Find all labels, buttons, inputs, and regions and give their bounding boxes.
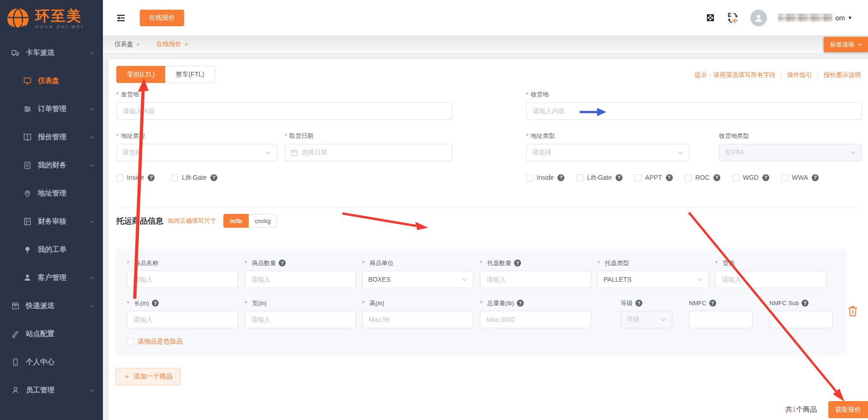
length-input[interactable] (127, 311, 238, 328)
origin-option-inside[interactable]: Inside ? (116, 174, 155, 181)
dest-option-appt[interactable]: APPT? (635, 174, 673, 181)
person-outline-icon (11, 386, 20, 395)
help-icon[interactable]: ? (514, 260, 521, 266)
collapse-sidebar-icon[interactable] (116, 13, 126, 23)
help-icon[interactable]: ? (812, 174, 819, 181)
nmfc-sub-input[interactable] (769, 311, 833, 328)
language-switch-icon[interactable]: E 中 (726, 12, 739, 24)
checkbox[interactable] (526, 174, 533, 181)
sidebar-item-order-management[interactable]: 订单管理 (0, 95, 103, 123)
sidebar-item-personal-center[interactable]: 个人中心 (0, 348, 103, 376)
operation-guide-link[interactable]: 操作指引 (787, 71, 812, 79)
origin-option-lift-gate[interactable]: Lift-Gate ? (171, 174, 217, 181)
origin-address-type-select[interactable]: 请选择 (116, 144, 277, 161)
sidebar-item-finance-audit[interactable]: 财务审核 (0, 207, 103, 236)
hazardous-checkbox[interactable]: 该物品是危险品 (127, 337, 183, 346)
checkbox[interactable] (576, 174, 583, 181)
sidebar-item-address-management[interactable]: 地址管理 (0, 179, 103, 207)
nmfc-input[interactable] (689, 311, 753, 328)
dest-option-roc[interactable]: ROC? (685, 174, 720, 181)
dest-option-lift-gate[interactable]: Lift-Gate? (576, 174, 623, 181)
plus-icon: ＋ (124, 373, 130, 381)
height-input[interactable] (362, 311, 473, 328)
audit-list-icon (23, 217, 32, 226)
user-account-dropdown[interactable]: om ▼ (778, 14, 852, 22)
help-icon[interactable]: ? (279, 260, 286, 266)
delete-item-icon[interactable] (847, 305, 858, 317)
origin-input[interactable] (116, 102, 452, 120)
ftl-mode-button[interactable]: 整车(FTL) (165, 66, 215, 83)
item-quantity-input[interactable] (245, 271, 356, 288)
sidebar-item-staff-management[interactable]: 员工管理 (0, 376, 103, 404)
help-icon[interactable]: ? (802, 300, 808, 307)
user-email-suffix: om (835, 14, 845, 22)
chevron-down-icon (90, 135, 95, 140)
sidebar-item-customer-management[interactable]: 客户管理 (0, 264, 103, 292)
tab-dashboard[interactable]: 仪表盘 × (114, 40, 140, 48)
get-quote-button[interactable]: 获取报价 (828, 401, 868, 418)
sidebar-item-express-delivery[interactable]: 快递派送 (0, 292, 103, 320)
pickup-date-input[interactable]: 选择日期 (285, 144, 452, 161)
add-item-button[interactable]: ＋ 添加一个商品 (115, 368, 181, 385)
dest-option-wgd[interactable]: WGD? (732, 174, 769, 181)
help-icon[interactable]: ? (210, 174, 217, 181)
total-weight-input[interactable] (480, 311, 591, 328)
help-icon[interactable]: ? (517, 300, 524, 307)
destination-type-select[interactable]: 非FBA (719, 144, 862, 161)
user-avatar[interactable] (750, 10, 767, 26)
sidebar: 环至美 HUAN ZHI MEI 卡车派送 仪表盘 订单管理 报价管理 我的财务 (0, 0, 103, 420)
help-icon[interactable]: ? (152, 300, 159, 307)
destination-input[interactable] (526, 102, 862, 120)
fullscreen-icon[interactable] (706, 13, 715, 23)
sidebar-item-dashboard[interactable]: 仪表盘 (0, 67, 103, 95)
close-tab-icon[interactable]: × (185, 41, 188, 48)
cargo-value-input[interactable] (715, 271, 826, 288)
unit-cmkg-button[interactable]: cm/kg (249, 214, 277, 228)
checkbox[interactable] (127, 338, 134, 345)
help-icon[interactable]: ? (557, 174, 564, 181)
checkbox[interactable] (635, 174, 641, 181)
item-unit-select[interactable]: BOXES (362, 271, 473, 288)
tag-options-button[interactable]: 标签选项 (824, 37, 868, 52)
help-icon[interactable]: ? (616, 174, 623, 181)
dest-option-inside[interactable]: Inside? (526, 174, 564, 181)
unit-inlb-button[interactable]: in/lb (223, 214, 249, 228)
help-icon[interactable]: ? (666, 174, 673, 181)
brand-logo[interactable]: 环至美 HUAN ZHI MEI (0, 0, 103, 37)
help-icon[interactable]: ? (148, 174, 155, 181)
dest-option-wwa[interactable]: WWA? (781, 174, 819, 181)
item-name-input[interactable] (127, 271, 238, 288)
pickup-date-label: 取货日期 (285, 132, 452, 140)
bulb-icon (23, 245, 32, 254)
pallet-quantity-input[interactable] (480, 271, 591, 288)
freight-class-select[interactable]: 等级 (621, 311, 672, 328)
checkbox[interactable] (685, 174, 692, 181)
svg-text:中: 中 (732, 18, 738, 24)
help-icon[interactable]: ? (635, 300, 642, 307)
checkbox[interactable] (171, 174, 178, 181)
help-icon[interactable]: ? (713, 174, 720, 181)
online-quote-button[interactable]: 在线报价 (140, 10, 184, 26)
checkbox[interactable] (781, 174, 788, 181)
sidebar-item-quote-management[interactable]: 报价管理 (0, 123, 103, 151)
sidebar-item-site-config[interactable]: 站点配置 (0, 320, 103, 348)
ltl-mode-button[interactable]: 零担(LTL) (116, 66, 165, 83)
sidebar-item-my-tickets[interactable]: 我的工单 (0, 236, 103, 264)
quote-diagram-link[interactable]: 报价图示说明 (824, 71, 861, 79)
sidebar-item-truck-delivery[interactable]: 卡车派送 (0, 39, 103, 67)
unit-toggle: in/lb cm/kg (223, 214, 277, 228)
cargo-section-header: 托运商品信息 如何正确填写尺寸 in/lb cm/kg (116, 214, 277, 228)
sidebar-item-my-finance[interactable]: 我的财务 (0, 151, 103, 179)
size-help-link[interactable]: 如何正确填写尺寸 (168, 217, 216, 225)
help-icon[interactable]: ? (762, 174, 769, 181)
calendar-icon (291, 149, 298, 156)
brand-subtitle: HUAN ZHI MEI (35, 24, 84, 29)
width-input[interactable] (245, 311, 356, 328)
pallet-type-select[interactable]: PALLETS (598, 271, 709, 288)
close-tab-icon[interactable]: × (137, 41, 140, 48)
tab-online-quote[interactable]: 在线报价 × (156, 40, 188, 48)
checkbox[interactable] (116, 174, 123, 181)
destination-address-type-select[interactable]: 请选择 (526, 144, 689, 161)
help-icon[interactable]: ? (709, 300, 716, 307)
checkbox[interactable] (732, 174, 739, 181)
